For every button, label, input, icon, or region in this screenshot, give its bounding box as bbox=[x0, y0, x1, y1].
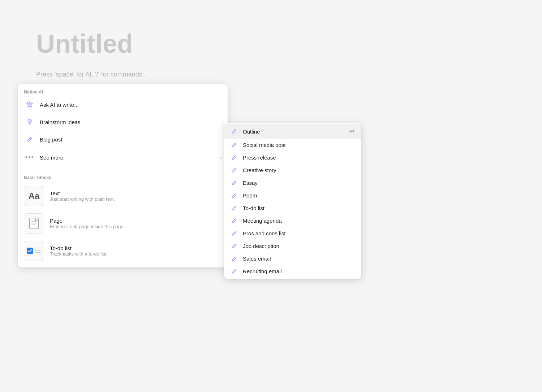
svg-line-19 bbox=[235, 245, 236, 246]
sparkle-icon bbox=[24, 99, 35, 110]
pencil-creative-icon bbox=[231, 167, 238, 173]
pencil-meeting-icon bbox=[231, 218, 238, 224]
see-more-item[interactable]: ••• See more › bbox=[18, 148, 228, 167]
todo-block-item[interactable]: To-do list Track tasks with a to-do list… bbox=[18, 237, 228, 265]
submenu-item-pros[interactable]: Pros and cons list bbox=[224, 227, 361, 240]
ask-ai-item[interactable]: Ask AI to write... bbox=[18, 96, 228, 113]
svg-line-18 bbox=[235, 232, 236, 233]
lightbulb-icon bbox=[24, 116, 35, 128]
submenu-item-essay[interactable]: Essay bbox=[224, 177, 361, 189]
svg-line-13 bbox=[235, 169, 236, 170]
svg-rect-6 bbox=[30, 218, 38, 229]
text-block-item[interactable]: Aa Text Just start writing with plain te… bbox=[18, 182, 228, 210]
page-block-sublabel: Embed a sub-page inside this page. bbox=[50, 224, 125, 229]
submenu-meeting-label: Meeting agenda bbox=[243, 218, 355, 224]
submenu-press-label: Press release bbox=[243, 154, 355, 161]
submenu-item-sales[interactable]: Sales email bbox=[224, 252, 361, 265]
todo-block-label: To-do list bbox=[50, 245, 108, 251]
pencil-todo-icon bbox=[231, 205, 238, 211]
submenu-social-label: Social media post bbox=[243, 142, 355, 148]
svg-line-20 bbox=[235, 257, 236, 258]
submenu-outline-label: Outline bbox=[243, 129, 344, 135]
submenu-item-meeting[interactable]: Meeting agenda bbox=[224, 214, 361, 227]
submenu-sales-label: Sales email bbox=[243, 256, 355, 262]
submenu-item-outline[interactable]: Outline ↵ bbox=[224, 124, 361, 139]
dots-icon: ••• bbox=[24, 152, 35, 163]
page-title: Untitled bbox=[18, 29, 524, 58]
submenu-recruiting-label: Recruiting email bbox=[243, 268, 355, 274]
svg-point-2 bbox=[31, 106, 32, 107]
pencil-outline-icon bbox=[231, 129, 238, 134]
submenu-todo-label: To-do list bbox=[243, 205, 355, 211]
svg-line-21 bbox=[235, 270, 236, 271]
svg-point-0 bbox=[27, 102, 28, 103]
svg-line-10 bbox=[235, 130, 236, 131]
main-dropdown: Notion AI Ask AI to write... bbox=[18, 84, 228, 267]
text-block-sublabel: Just start writing with plain text. bbox=[50, 196, 115, 202]
submenu-item-press[interactable]: Press release bbox=[224, 151, 361, 164]
page-container: Untitled Press 'space' for AI, '/' for c… bbox=[18, 14, 524, 84]
submenu-item-job[interactable]: Job description bbox=[224, 240, 361, 252]
todo-block-icon bbox=[24, 241, 44, 261]
svg-line-16 bbox=[235, 207, 236, 208]
blog-post-item[interactable]: Blog post bbox=[18, 131, 228, 148]
submenu-job-label: Job description bbox=[243, 243, 355, 249]
svg-point-1 bbox=[31, 102, 32, 103]
pencil-pros-icon bbox=[231, 231, 238, 236]
submenu-item-creative[interactable]: Creative story bbox=[224, 164, 361, 177]
pencil-press-icon bbox=[231, 155, 238, 161]
svg-line-12 bbox=[235, 156, 236, 157]
see-more-label: See more bbox=[40, 154, 63, 161]
chevron-right-icon: › bbox=[220, 154, 222, 160]
submenu-item-social[interactable]: Social media post bbox=[224, 139, 361, 151]
enter-hint-icon: ↵ bbox=[349, 127, 355, 135]
page-block-icon bbox=[24, 213, 44, 234]
pencil-poem-icon bbox=[231, 193, 238, 199]
svg-line-5 bbox=[30, 138, 31, 139]
page-block-item[interactable]: Page Embed a sub-page inside this page. bbox=[18, 210, 228, 237]
svg-line-11 bbox=[235, 144, 236, 145]
submenu-item-todo[interactable]: To-do list bbox=[224, 202, 361, 214]
pencil-essay-icon bbox=[231, 180, 238, 186]
submenu-item-poem[interactable]: Poem bbox=[224, 189, 361, 202]
pencil-icon bbox=[24, 134, 35, 145]
submenu-item-recruiting[interactable]: Recruiting email bbox=[224, 265, 361, 278]
submenu-creative-label: Creative story bbox=[243, 167, 355, 173]
svg-line-17 bbox=[235, 219, 236, 221]
editor-placeholder[interactable]: Press 'space' for AI, '/' for commands..… bbox=[36, 69, 524, 80]
pencil-sales-icon bbox=[231, 256, 238, 262]
svg-line-14 bbox=[235, 182, 236, 183]
text-block-label: Text bbox=[50, 190, 115, 196]
page-block-label: Page bbox=[50, 218, 125, 224]
ai-submenu: Outline ↵ Social media post bbox=[224, 123, 361, 279]
pencil-recruiting-icon bbox=[231, 269, 238, 274]
submenu-pros-label: Pros and cons list bbox=[243, 230, 355, 236]
text-block-icon: Aa bbox=[24, 186, 44, 206]
pencil-job-icon bbox=[231, 243, 238, 249]
ai-section-label: Notion AI bbox=[18, 87, 228, 96]
divider-1 bbox=[18, 169, 228, 169]
brainstorm-label: Brainstorm ideas bbox=[40, 119, 81, 125]
submenu-poem-label: Poem bbox=[243, 192, 355, 199]
todo-block-sublabel: Track tasks with a to-do list. bbox=[50, 251, 108, 257]
ask-ai-label: Ask AI to write... bbox=[40, 102, 79, 108]
basic-blocks-label: Basic blocks bbox=[18, 171, 228, 182]
svg-line-15 bbox=[235, 194, 236, 195]
pencil-social-icon bbox=[231, 142, 238, 148]
editor-area: Press 'space' for AI, '/' for commands..… bbox=[18, 69, 524, 80]
blog-post-label: Blog post bbox=[40, 136, 63, 143]
brainstorm-item[interactable]: Brainstorm ideas bbox=[18, 113, 228, 131]
submenu-essay-label: Essay bbox=[243, 180, 355, 186]
